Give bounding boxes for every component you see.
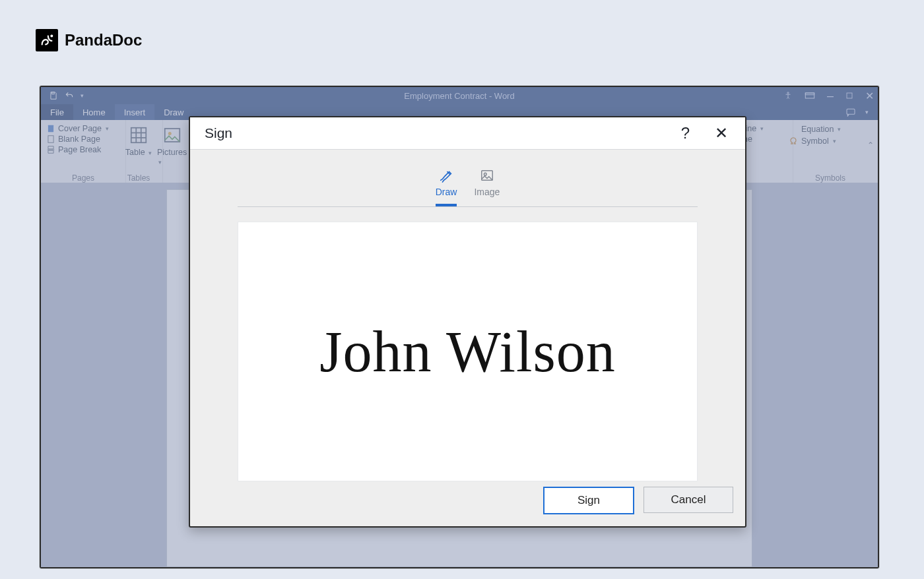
accessibility-icon[interactable] — [783, 91, 793, 100]
panda-icon — [40, 33, 54, 47]
share-dropdown-icon[interactable]: ▾ — [865, 109, 869, 115]
dialog-title: Sign — [190, 125, 232, 141]
cover-page-icon — [46, 124, 55, 133]
svg-point-2 — [787, 92, 789, 94]
dialog-titlebar: Sign ? ✕ — [190, 117, 745, 150]
tab-image-label: Image — [474, 187, 500, 197]
table-icon — [129, 125, 148, 145]
cover-page-button[interactable]: Cover Page▾ — [46, 124, 120, 133]
image-icon — [479, 168, 495, 183]
tab-file[interactable]: File — [41, 104, 73, 120]
svg-rect-9 — [131, 128, 147, 143]
svg-rect-6 — [847, 109, 855, 114]
ribbon-group-pages: Cover Page▾ Blank Page Page Break Pages — [41, 120, 126, 185]
pen-icon — [438, 168, 454, 183]
cancel-button[interactable]: Cancel — [644, 487, 733, 513]
brand-name: PandaDoc — [65, 31, 142, 49]
svg-point-11 — [168, 132, 171, 135]
sign-button[interactable]: Sign — [543, 487, 634, 514]
tab-image[interactable]: Image — [474, 168, 500, 206]
brand-logo: PandaDoc — [36, 29, 142, 51]
tab-draw-label: Draw — [436, 187, 457, 197]
page-break-button[interactable]: Page Break — [46, 145, 120, 154]
pi-icon — [788, 124, 799, 135]
page-break-icon — [46, 145, 55, 154]
omega-icon — [788, 136, 799, 146]
help-icon[interactable]: ? — [681, 124, 690, 142]
svg-rect-8 — [48, 136, 53, 143]
svg-rect-4 — [805, 93, 814, 95]
ribbon-group-symbols: Equation▾ Symbol▾ Symbols — [783, 120, 878, 185]
comments-icon[interactable] — [845, 107, 856, 117]
pictures-button[interactable]: Pictures ▾ — [157, 125, 187, 185]
pictures-icon — [162, 125, 182, 145]
maximize-icon[interactable] — [845, 92, 853, 100]
signature-text: John Wilson — [319, 319, 615, 385]
tab-draw[interactable]: Draw — [436, 168, 457, 206]
svg-rect-7 — [48, 125, 53, 133]
window-title: Employment Contract - Word — [41, 91, 878, 101]
group-label-symbols: Symbols — [783, 173, 878, 183]
signature-canvas[interactable]: John Wilson — [238, 222, 698, 481]
table-button[interactable]: Table ▾ — [125, 125, 152, 157]
tab-home[interactable]: Home — [73, 104, 115, 120]
svg-point-0 — [51, 36, 52, 37]
tab-insert[interactable]: Insert — [115, 104, 155, 120]
signature-method-tabs: Draw Image — [190, 168, 745, 206]
window-titlebar: ▾ Employment Contract - Word – ✕ — [41, 87, 878, 104]
ribbon-display-icon[interactable] — [805, 92, 815, 100]
close-icon[interactable]: ✕ — [715, 124, 728, 142]
blank-page-icon — [46, 135, 55, 144]
window-close-icon[interactable]: ✕ — [865, 90, 874, 102]
symbol-button[interactable]: Symbol▾ — [788, 136, 873, 146]
svg-rect-3 — [805, 93, 814, 98]
ribbon-collapse-icon[interactable]: ⌃ — [867, 140, 874, 150]
svg-point-18 — [484, 173, 486, 175]
dialog-footer: Sign Cancel — [543, 487, 733, 514]
tab-draw[interactable]: Draw — [154, 104, 193, 120]
svg-rect-5 — [847, 93, 852, 98]
group-label-pages: Pages — [41, 173, 125, 183]
sign-dialog: Sign ? ✕ Draw Image John Wilson Sign Can… — [189, 116, 746, 528]
brand-mark — [36, 29, 58, 51]
tab-divider — [238, 206, 698, 207]
equation-button[interactable]: Equation▾ — [788, 124, 873, 135]
blank-page-button[interactable]: Blank Page — [46, 135, 120, 144]
